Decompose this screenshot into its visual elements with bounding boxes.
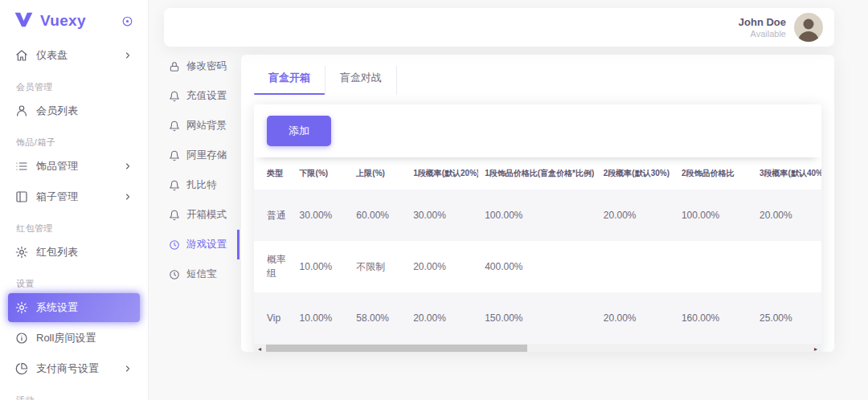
table-cell: 20.00% — [597, 190, 675, 241]
sidebar-item-system-settings[interactable]: 系统设置 — [8, 293, 140, 322]
submenu-item-ali-storage[interactable]: 阿里存储 — [149, 141, 240, 170]
bell-icon — [169, 150, 180, 161]
column-header-lower-limit: 下限(%) — [293, 157, 350, 190]
header: John Doe Available — [164, 8, 834, 47]
gear-icon — [15, 246, 28, 259]
table-cell — [597, 241, 675, 292]
sidebar-item-redpacket-list[interactable]: 红包列表 — [8, 238, 140, 267]
scrollbar-thumb[interactable] — [266, 345, 527, 352]
table-row: 概率组 10.00% 不限制 20.00% 400.00% — [254, 241, 821, 292]
bell-icon — [169, 180, 180, 191]
tabs: 盲盒开箱 盲盒对战 — [241, 55, 834, 95]
scroll-right-arrow-icon[interactable]: ▸ — [810, 344, 821, 352]
table-cell: 10.00% — [293, 241, 350, 292]
table-cell — [753, 241, 821, 292]
submenu-item-label: 阿里存储 — [186, 149, 227, 162]
submenu-item-game-settings[interactable]: 游戏设置 — [149, 230, 240, 259]
table-cell: 30.00% — [293, 190, 350, 241]
sidebar-item-box-mgmt[interactable]: 箱子管理 — [8, 182, 140, 211]
lock-icon — [169, 61, 180, 72]
user-menu[interactable]: John Doe Available — [739, 13, 823, 42]
sidebar-item-label: 支付商号设置 — [36, 361, 115, 376]
submenu-item-sms-bao[interactable]: 短信宝 — [149, 259, 240, 289]
sidebar-item-label: Roll房间设置 — [36, 331, 133, 345]
avatar[interactable] — [794, 13, 823, 42]
table-cell — [675, 241, 753, 292]
submenu-item-label: 充值设置 — [186, 89, 227, 103]
submenu-item-label: 扎比特 — [186, 178, 217, 192]
table-cell: 100.00% — [675, 190, 753, 241]
table-toolbar: 添加 — [254, 104, 821, 157]
sidebar-item-label: 红包列表 — [36, 245, 133, 259]
sidebar-collapse-toggle-icon[interactable] — [121, 15, 133, 27]
sidebar-item-roll-room-settings[interactable]: Roll房间设置 — [8, 324, 140, 353]
main-card: 盲盒开箱 盲盒对战 添加 类型 下限(%) 上限(%) 1段概率(默认20%) … — [241, 55, 834, 352]
column-header-stage1-rate: 1段概率(默认20%) — [407, 157, 478, 190]
table-cell: Vip — [254, 292, 293, 344]
clock-icon — [169, 239, 180, 251]
sidebar-item-dashboard[interactable]: 仪表盘 — [8, 41, 140, 70]
submenu-item-recharge-settings[interactable]: 充值设置 — [149, 81, 240, 111]
user-icon — [15, 104, 28, 117]
sidebar-item-label: 仪表盘 — [36, 48, 115, 63]
submenu-item-change-password[interactable]: 修改密码 — [149, 51, 240, 81]
sidebar: Vuexy 仪表盘 会员管理 会员列表 饰品/箱子 饰品管理 箱子管理 红包管理 — [0, 0, 149, 400]
submenu-item-label: 短信宝 — [186, 267, 217, 281]
table-cell: 100.00% — [478, 190, 597, 241]
sidebar-section-activity: 活动 — [16, 394, 148, 400]
table-cell: 160.00% — [675, 292, 753, 344]
sidebar-item-label: 箱子管理 — [36, 190, 115, 204]
sidebar-item-label: 系统设置 — [36, 300, 133, 315]
pie-chart-icon — [15, 362, 28, 375]
table-cell: 20.00% — [597, 292, 675, 344]
sidebar-section-settings: 设置 — [16, 278, 148, 290]
submenu-item-label: 开箱模式 — [186, 208, 227, 222]
info-icon — [15, 332, 28, 345]
table-cell: 60.00% — [350, 190, 407, 241]
user-name: John Doe — [739, 16, 786, 28]
sidebar-item-payment-merchant-settings[interactable]: 支付商号设置 — [8, 354, 140, 383]
column-header-stage1-price-ratio: 1段饰品价格比(盲盒价格*比例) — [478, 157, 597, 190]
brand[interactable]: Vuexy — [0, 0, 148, 39]
submenu-item-site-background[interactable]: 网站背景 — [149, 111, 240, 141]
chevron-right-icon — [123, 192, 133, 202]
table-cell: 20.00% — [753, 190, 821, 241]
sidebar-section-items-boxes: 饰品/箱子 — [16, 137, 148, 149]
box-icon — [15, 190, 28, 203]
tab-blindbox-battle[interactable]: 盲盒对战 — [326, 66, 397, 95]
horizontal-scrollbar[interactable]: ◂ ▸ — [254, 344, 821, 352]
table-header-row: 类型 下限(%) 上限(%) 1段概率(默认20%) 1段饰品价格比(盲盒价格*… — [254, 157, 821, 190]
column-header-stage3-rate: 3段概率(默认40%) — [753, 157, 821, 190]
sidebar-item-member-list[interactable]: 会员列表 — [8, 96, 140, 125]
user-meta: John Doe Available — [739, 16, 786, 39]
table-cell: 400.00% — [478, 241, 597, 292]
tab-blindbox-open[interactable]: 盲盒开箱 — [254, 66, 326, 95]
bell-icon — [169, 210, 180, 221]
table-row: 普通 30.00% 60.00% 30.00% 100.00% 20.00% 1… — [254, 190, 821, 241]
table-cell: 概率组 — [254, 241, 293, 292]
vuexy-logo-icon — [14, 12, 33, 30]
column-header-upper-limit: 上限(%) — [350, 157, 407, 190]
gear-icon — [15, 301, 28, 314]
submenu-item-open-box-mode[interactable]: 开箱模式 — [149, 200, 240, 230]
table-cell: 普通 — [254, 190, 293, 241]
table-cell: 58.00% — [350, 292, 407, 344]
table-cell: 20.00% — [407, 292, 478, 344]
sidebar-item-label: 饰品管理 — [36, 159, 115, 173]
clock-icon — [169, 269, 180, 280]
submenu-item-zhabite[interactable]: 扎比特 — [149, 170, 240, 200]
column-header-type: 类型 — [254, 157, 293, 190]
sidebar-item-item-mgmt[interactable]: 饰品管理 — [8, 152, 140, 181]
table-cell: 25.00% — [753, 292, 821, 344]
rates-table: 类型 下限(%) 上限(%) 1段概率(默认20%) 1段饰品价格比(盲盒价格*… — [254, 157, 821, 344]
add-button[interactable]: 添加 — [267, 116, 331, 146]
sidebar-item-label: 会员列表 — [36, 104, 133, 118]
chevron-right-icon — [123, 364, 133, 373]
rates-table-card: 添加 类型 下限(%) 上限(%) 1段概率(默认20%) 1段饰品价格比(盲盒… — [254, 104, 821, 352]
settings-submenu: 修改密码 充值设置 网站背景 阿里存储 扎比特 开箱模式 游戏设置 短信宝 — [149, 51, 240, 289]
user-status: Available — [739, 29, 786, 39]
scroll-left-arrow-icon[interactable]: ◂ — [254, 344, 265, 352]
table-cell: 150.00% — [478, 292, 597, 344]
table-cell: 10.00% — [293, 292, 350, 344]
bell-icon — [169, 120, 180, 132]
